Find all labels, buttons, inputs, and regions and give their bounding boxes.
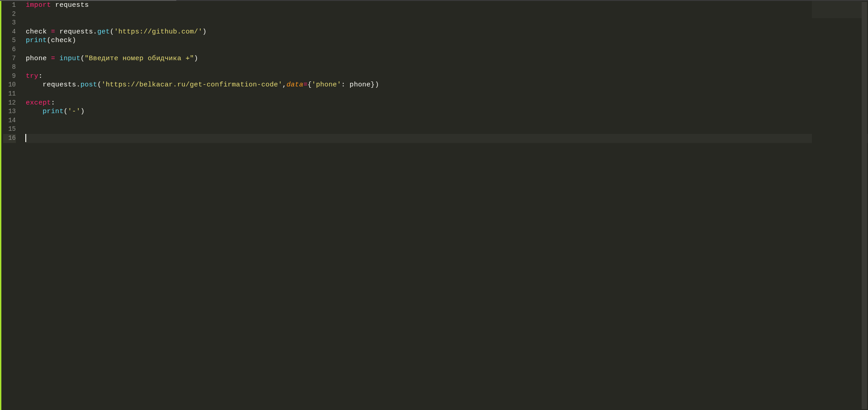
line-number[interactable]: 1 (3, 1, 16, 10)
code-token: ) (80, 108, 85, 115)
line-number[interactable]: 3 (3, 19, 16, 28)
line-number[interactable]: 5 (3, 36, 16, 45)
code-token (26, 108, 42, 115)
code-token: check (51, 37, 72, 44)
code-token: requests (26, 81, 76, 89)
code-token: ) (375, 81, 379, 89)
line-number[interactable]: 8 (3, 63, 16, 72)
code-token: : (38, 72, 42, 80)
code-line[interactable] (26, 90, 868, 99)
line-number[interactable]: 2 (3, 10, 16, 19)
code-token: ( (80, 55, 85, 62)
code-token: '-' (68, 108, 80, 115)
line-number-gutter[interactable]: 12345678910111213141516 (1, 1, 19, 410)
code-token: { (307, 81, 311, 89)
code-token: post (80, 81, 97, 89)
code-line[interactable]: try: (26, 72, 868, 81)
code-token: = (303, 81, 307, 89)
code-token: 'https://belkacar.ru/get-confirmation-co… (101, 81, 282, 89)
code-token: = (51, 28, 55, 36)
line-number[interactable]: 6 (3, 45, 16, 54)
vertical-scrollbar[interactable] (862, 2, 867, 409)
line-number[interactable]: 4 (3, 28, 16, 37)
code-line[interactable]: phone = input("Введите номер обидчика +"… (26, 54, 868, 63)
code-line[interactable]: requests.post('https://belkacar.ru/get-c… (26, 81, 868, 90)
text-cursor (25, 134, 26, 142)
code-token: . (76, 81, 80, 89)
code-line[interactable]: import requests (26, 1, 868, 10)
code-line[interactable] (26, 10, 868, 19)
line-number[interactable]: 14 (3, 116, 16, 125)
code-token: try (26, 72, 38, 80)
code-token: input (59, 55, 80, 62)
code-token: import (26, 1, 51, 9)
line-number[interactable]: 11 (3, 90, 16, 99)
code-line[interactable]: check = requests.get('https://github.com… (26, 28, 868, 37)
code-token: except (26, 99, 51, 107)
line-number[interactable]: 16 (3, 134, 16, 143)
code-token: check (26, 28, 51, 36)
code-token: ( (64, 108, 68, 115)
code-token: } (371, 81, 375, 89)
code-token: = (51, 55, 55, 62)
code-line[interactable] (26, 125, 868, 134)
code-token: : (341, 81, 350, 89)
line-number[interactable]: 13 (3, 107, 16, 116)
line-number[interactable]: 15 (3, 125, 16, 134)
minimap-viewport[interactable] (812, 1, 862, 18)
minimap[interactable] (812, 1, 862, 410)
code-token: phone (349, 81, 371, 89)
code-line[interactable] (26, 19, 868, 28)
code-token: ) (194, 55, 198, 62)
code-token: print (26, 37, 47, 44)
code-line[interactable]: except: (26, 99, 868, 108)
line-number[interactable]: 9 (3, 72, 16, 81)
code-line[interactable] (26, 63, 868, 72)
code-token: get (97, 28, 110, 36)
code-line[interactable]: print('-') (26, 107, 868, 116)
code-token: 'phone' (312, 81, 341, 89)
code-line[interactable] (26, 116, 868, 125)
line-number[interactable]: 7 (3, 54, 16, 63)
code-token: . (93, 28, 97, 36)
code-token: , (282, 81, 286, 89)
code-token: ( (47, 37, 51, 44)
line-number[interactable]: 10 (3, 81, 16, 90)
code-line[interactable]: print(check) (26, 36, 868, 45)
code-token: print (42, 108, 64, 115)
code-token: : (51, 99, 55, 107)
code-line[interactable] (26, 134, 868, 143)
code-token: phone (26, 55, 51, 62)
code-token: data (287, 81, 303, 89)
line-number[interactable]: 12 (3, 99, 16, 108)
code-token: requests (51, 1, 89, 9)
code-line[interactable] (26, 45, 868, 54)
code-token: 'https://github.com/' (114, 28, 202, 36)
code-token: ( (110, 28, 114, 36)
code-token: ) (203, 28, 207, 36)
code-token: ) (72, 37, 76, 44)
code-token: "Введите номер обидчика +" (85, 55, 194, 62)
editor-container: 12345678910111213141516 import requestsc… (0, 1, 868, 410)
code-editor-area[interactable]: import requestscheck = requests.get('htt… (19, 1, 868, 410)
code-token: requests (55, 28, 93, 36)
